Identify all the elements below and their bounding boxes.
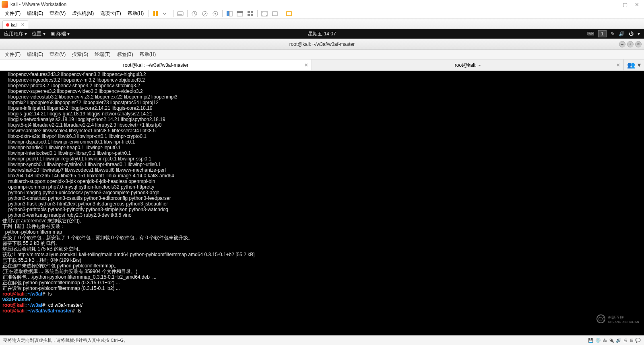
volume-icon[interactable]: 🔊	[619, 31, 625, 37]
places-menu[interactable]: 位置 ▾	[32, 31, 45, 37]
terminal-output[interactable]: libopencv-features2d3.2 libopencv-flann3…	[0, 71, 644, 335]
statusbar-text: 要将输入定向到该虚拟机，请将鼠标指针移入其中或按 Ctrl+G。	[3, 337, 128, 343]
device-display-icon[interactable]: 🖥	[629, 338, 634, 343]
terminal-tab-controls: 👥 ▾	[624, 60, 644, 70]
device-cd-icon[interactable]: 💿	[595, 338, 601, 343]
view-unity-icon[interactable]	[236, 10, 244, 17]
device-printer-icon[interactable]: 🖨	[623, 338, 627, 343]
terminal-icon: ▣	[50, 31, 55, 37]
svg-rect-15	[251, 14, 253, 16]
tab-add-icon[interactable]: 👥	[627, 61, 635, 69]
device-net-icon[interactable]: 🖧	[603, 338, 607, 343]
watermark: CX 创新互联 CHUANG XINHULIAN	[597, 314, 639, 323]
svg-rect-9	[229, 11, 232, 16]
svg-rect-12	[248, 11, 250, 13]
vmware-menubar: 文件(F) 编辑(E) 查看(V) 虚拟机(M) 选项卡(T) 帮助(H)	[0, 9, 644, 18]
send-ctrl-alt-del-icon[interactable]	[177, 10, 184, 17]
term-menu-terminal[interactable]: 终端(T)	[91, 51, 114, 58]
svg-rect-14	[248, 14, 250, 16]
svg-rect-8	[227, 11, 229, 16]
snapshot-manage-icon[interactable]	[212, 10, 219, 17]
terminal-menubar: 文件(F) 编辑(E) 查看(V) 搜索(S) 终端(T) 标签(B) 帮助(H…	[0, 50, 644, 60]
term-menu-file[interactable]: 文件(F)	[2, 51, 24, 58]
svg-point-7	[215, 13, 216, 14]
term-close-button[interactable]: ✕	[635, 41, 642, 47]
svg-point-5	[202, 11, 207, 16]
term-minimize-button[interactable]: –	[619, 41, 625, 47]
guest-desktop: INUX™ re you are able to hear" 9 🔍 ☰ ▦ l…	[0, 29, 644, 335]
svg-rect-3	[178, 14, 182, 15]
vm-tab-close-icon[interactable]: ✕	[21, 22, 25, 27]
watermark-logo-icon: CX	[597, 314, 605, 323]
vmware-statusbar: 要将输入定向到该虚拟机，请将鼠标指针移入其中或按 Ctrl+G。 💾 💿 🖧 🔌…	[0, 335, 644, 345]
terminal-title: root@kali: ~/w3af/w3af-master	[289, 41, 355, 47]
tab-close-icon[interactable]: ✕	[616, 62, 620, 68]
snapshot-revert-icon[interactable]	[201, 10, 208, 17]
svg-rect-17	[272, 12, 277, 16]
terminal-window: root@kali: ~/w3af/w3af-master – ▫ ✕ 文件(F…	[0, 39, 644, 335]
window-controls: — ▢ ✕	[610, 2, 642, 8]
view-console-icon[interactable]	[226, 10, 233, 17]
kali-topbar: 应用程序 ▾ 位置 ▾ ▣ 终端 ▾ 星期五 14:07 ⌨ 1 ✎ 🔊 ⏻ ▾	[0, 29, 644, 39]
svg-rect-13	[251, 11, 253, 13]
stretch-icon[interactable]	[271, 10, 279, 17]
maximize-button[interactable]: ▢	[623, 2, 627, 8]
svg-rect-11	[237, 11, 243, 13]
terminal-tab-2[interactable]: root@kali: ~ ✕	[312, 60, 624, 70]
chevron-down-icon[interactable]: ▾	[638, 61, 641, 69]
device-usb-icon[interactable]: 🔌	[609, 338, 614, 343]
menu-file[interactable]: 文件(F)	[2, 10, 24, 17]
terminal-titlebar[interactable]: root@kali: ~/w3af/w3af-master – ▫ ✕	[0, 39, 644, 50]
record-icon[interactable]: ✎	[611, 31, 615, 37]
dropdown-icon[interactable]	[163, 10, 170, 17]
message-icon[interactable]: 💬	[635, 338, 641, 343]
minimize-button[interactable]: —	[610, 2, 615, 8]
vm-tab-label: kali	[11, 23, 18, 27]
term-menu-edit[interactable]: 编辑(E)	[24, 51, 46, 58]
workspace-indicator[interactable]: 1	[598, 30, 607, 37]
vmware-titlebar: kali - VMware Workstation — ▢ ✕	[0, 0, 644, 9]
view-thumbnail-icon[interactable]	[247, 10, 254, 17]
cycle-multiple-icon[interactable]	[285, 10, 293, 17]
snapshot-take-icon[interactable]	[191, 10, 198, 17]
power-icon[interactable]: ⏻	[629, 31, 634, 37]
vmware-tabbar: kali ✕	[0, 18, 644, 29]
term-menu-help[interactable]: 帮助(H)	[136, 51, 159, 58]
term-maximize-button[interactable]: ▫	[627, 41, 634, 47]
svg-rect-1	[156, 11, 158, 16]
close-button[interactable]: ✕	[635, 2, 639, 8]
term-menu-tabs[interactable]: 标签(B)	[114, 51, 136, 58]
vm-tab-kali[interactable]: kali ✕	[2, 21, 28, 29]
device-sound-icon[interactable]: 🔊	[616, 338, 621, 343]
terminal-launcher[interactable]: ▣ 终端 ▾	[50, 31, 70, 37]
menu-vm[interactable]: 虚拟机(M)	[69, 10, 97, 17]
term-menu-search[interactable]: 搜索(S)	[69, 51, 91, 58]
menu-edit[interactable]: 编辑(E)	[24, 10, 46, 17]
vmware-app-icon	[2, 1, 8, 8]
terminal-tab-1[interactable]: root@kali: ~/w3af/w3af-master ✕	[0, 60, 312, 70]
vmware-title: kali - VMware Workstation	[10, 2, 610, 7]
device-hdd-icon[interactable]: 💾	[588, 338, 594, 343]
apps-menu[interactable]: 应用程序 ▾	[4, 31, 27, 37]
svg-rect-18	[287, 12, 291, 16]
svg-rect-0	[153, 11, 155, 16]
fullscreen-icon[interactable]	[261, 10, 268, 17]
menu-help[interactable]: 帮助(H)	[124, 10, 147, 17]
tab-close-icon[interactable]: ✕	[304, 62, 308, 68]
chevron-down-icon[interactable]: ▾	[638, 31, 640, 37]
terminal-tabbar: root@kali: ~/w3af/w3af-master ✕ root@kal…	[0, 60, 644, 71]
vm-status-dot-icon	[6, 23, 9, 27]
menu-tabs[interactable]: 选项卡(T)	[97, 10, 124, 17]
pause-button[interactable]	[152, 10, 159, 17]
keyboard-icon[interactable]: ⌨	[587, 31, 594, 37]
menu-view[interactable]: 查看(V)	[46, 10, 69, 17]
clock[interactable]: 星期五 14:07	[308, 31, 336, 37]
term-menu-view[interactable]: 查看(V)	[46, 51, 69, 58]
